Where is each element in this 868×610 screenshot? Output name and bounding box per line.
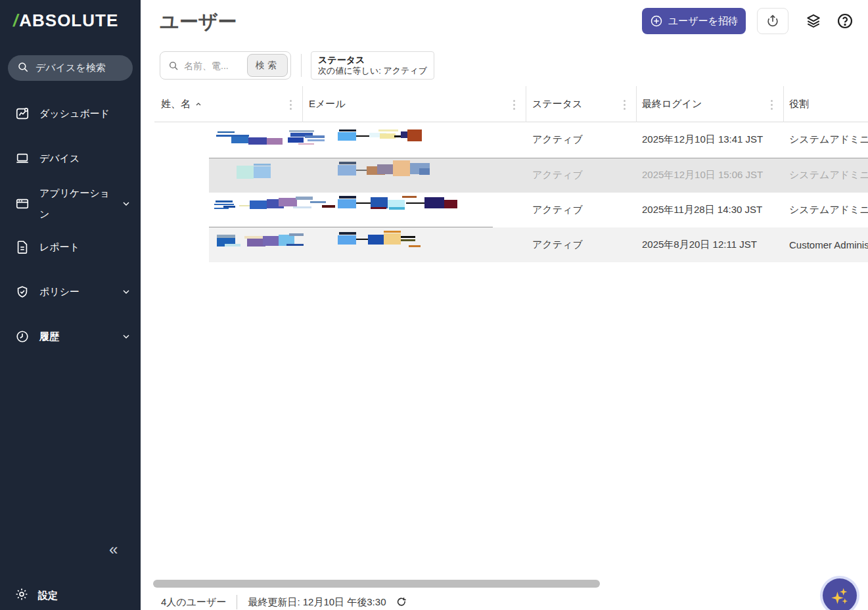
last-login-cell: 2025年12月10日 13:41 JST — [642, 122, 763, 157]
status-filter-chip[interactable]: ステータス 次の値に等しい: アクティブ — [311, 51, 434, 80]
table-row[interactable]: アクティブ 2025年11月28日 14:30 JST システムアドミニス — [154, 193, 868, 227]
horizontal-scrollbar[interactable] — [153, 580, 600, 588]
chevron-down-icon[interactable] — [121, 287, 131, 297]
search-icon — [17, 61, 29, 76]
sidebar-item-label: ダッシュボード — [39, 103, 110, 124]
footer-divider — [237, 595, 237, 609]
search-icon — [168, 60, 179, 71]
sidebar-item-label: 履歴 — [39, 326, 59, 347]
status-cell: アクティブ — [532, 158, 583, 193]
export-icon — [765, 14, 780, 28]
sidebar-item-dashboard[interactable]: ダッシュボード — [0, 103, 141, 124]
column-divider — [636, 86, 637, 122]
sidebar-item-applications[interactable]: アプリケーション — [0, 181, 141, 226]
device-search-input[interactable]: デバイスを検索 — [8, 55, 133, 81]
sort-ascending-icon[interactable] — [194, 101, 202, 108]
table-row[interactable]: アクティブ 2025年8月20日 12:11 JST Customer Admi… — [154, 227, 868, 262]
chevron-down-icon[interactable] — [121, 199, 131, 209]
help-icon — [836, 12, 854, 30]
sidebar-item-label: アプリケーション — [39, 183, 112, 225]
status-cell: アクティブ — [532, 122, 583, 157]
column-divider — [783, 86, 784, 122]
reports-icon — [14, 239, 30, 255]
page-title: ユーザー — [160, 9, 237, 35]
sidebar-item-devices[interactable]: デバイス — [0, 148, 141, 169]
search-submit-button[interactable]: 検索 — [247, 54, 288, 77]
column-header-status[interactable]: ステータス — [532, 86, 582, 122]
role-cell: Customer Administ — [789, 227, 868, 262]
dashboard-icon — [14, 106, 30, 122]
sidebar-item-history[interactable]: 履歴 — [0, 326, 141, 347]
status-cell: アクティブ — [532, 227, 583, 262]
settings-label: 設定 — [38, 585, 58, 606]
role-cell: システムアドミニス — [789, 158, 868, 193]
sidebar-item-label: ポリシー — [39, 281, 80, 302]
invite-user-label: ユーザーを招待 — [668, 15, 738, 28]
column-divider — [302, 86, 303, 122]
absolute-logo: /ABSOLUTE — [13, 11, 118, 31]
table-row[interactable]: アクティブ 2025年12月10日 13:41 JST システムアドミニス — [154, 122, 868, 158]
role-cell: システムアドミニス — [789, 193, 868, 227]
refresh-button[interactable] — [396, 597, 407, 608]
user-count: 4人のユーザー — [161, 596, 226, 609]
device-search-placeholder: デバイスを検索 — [35, 62, 106, 74]
invite-user-button[interactable]: ユーザーを招待 — [642, 8, 746, 34]
column-menu-icon[interactable] — [769, 99, 774, 111]
table-row[interactable]: アクティブ 2025年12月10日 15:06 JST システムアドミニス — [154, 158, 868, 193]
table-header: 姓、名 Eメール ステータス 最終ログイン 役割 — [154, 86, 868, 122]
sidebar-collapse-button[interactable]: « — [109, 542, 118, 557]
layers-icon — [805, 12, 822, 30]
policies-icon — [14, 284, 30, 300]
status-filter-value: 次の値に等しい: アクティブ — [318, 66, 427, 76]
export-button[interactable] — [757, 8, 788, 34]
column-header-name[interactable]: 姓、名 — [161, 86, 202, 122]
main-content: ユーザー ユーザーを招待 検索 ステータス 次の値に等しい: アクティブ — [141, 0, 868, 610]
help-button[interactable] — [834, 11, 856, 32]
column-header-email[interactable]: Eメール — [309, 86, 346, 122]
sidebar: /ABSOLUTE デバイスを検索 ダッシュボード デバイス アプリケーション … — [0, 0, 141, 610]
last-login-cell: 2025年8月20日 12:11 JST — [642, 227, 757, 262]
layers-button[interactable] — [803, 11, 824, 32]
status-bar: 4人のユーザー 最終更新日: 12月10日 午後3:30 — [161, 595, 407, 609]
plus-circle-icon — [650, 14, 663, 28]
applications-icon — [14, 196, 30, 212]
column-menu-icon[interactable] — [288, 99, 293, 111]
column-menu-icon[interactable] — [622, 99, 627, 111]
user-search-input[interactable] — [184, 60, 242, 71]
last-updated: 最終更新日: 12月10日 午後3:30 — [248, 596, 386, 609]
ai-assistant-button[interactable] — [820, 576, 859, 610]
gear-icon — [14, 587, 29, 604]
role-cell: システムアドミニス — [789, 122, 868, 157]
filter-divider — [301, 54, 302, 77]
column-header-role[interactable]: 役割 — [789, 86, 809, 122]
sidebar-item-reports[interactable]: レポート — [0, 237, 141, 258]
sidebar-item-label: デバイス — [39, 148, 80, 169]
devices-icon — [14, 151, 30, 166]
status-filter-title: ステータス — [318, 55, 427, 66]
refresh-icon — [396, 597, 407, 608]
last-login-cell: 2025年12月10日 15:06 JST — [642, 158, 763, 193]
user-search-box: 検索 — [160, 51, 291, 80]
column-header-last-login[interactable]: 最終ログイン — [642, 86, 702, 122]
column-menu-icon[interactable] — [512, 99, 516, 111]
sidebar-item-label: レポート — [39, 237, 80, 258]
sidebar-item-settings[interactable]: 設定 — [0, 585, 141, 606]
column-divider — [526, 86, 526, 122]
row-divider — [209, 227, 493, 227]
sidebar-item-policies[interactable]: ポリシー — [0, 281, 141, 302]
logo-slash-icon: / — [13, 11, 18, 30]
last-login-cell: 2025年11月28日 14:30 JST — [642, 193, 762, 227]
sparkles-icon — [823, 578, 857, 610]
status-cell: アクティブ — [532, 193, 583, 227]
history-icon — [14, 329, 30, 344]
chevron-down-icon[interactable] — [121, 331, 131, 342]
